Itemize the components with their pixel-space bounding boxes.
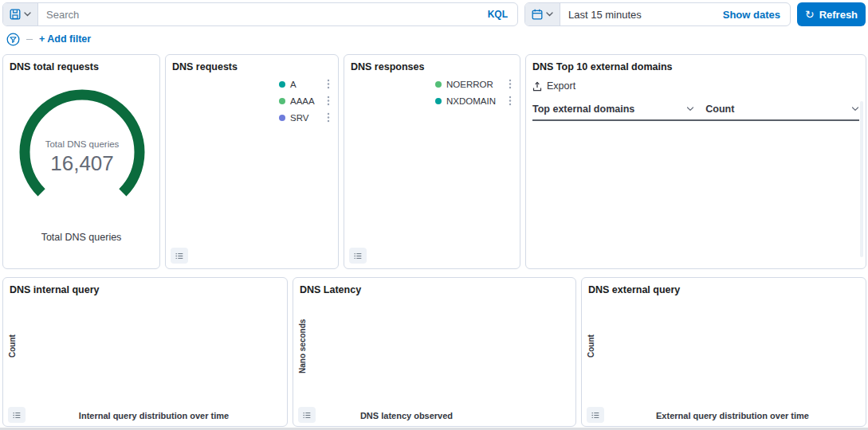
kebab-menu-icon[interactable] bbox=[509, 79, 512, 89]
query-bar: KQL Last 15 minutes Show dates ↻ Refresh bbox=[2, 2, 866, 26]
legend-list-icon bbox=[591, 410, 599, 420]
panel-dns-latency: DNS Latency Nano seconds DNS latency obs… bbox=[293, 277, 576, 427]
add-filter-button[interactable]: + Add filter bbox=[39, 33, 91, 45]
y-axis-title: Count bbox=[587, 305, 595, 388]
saved-query-menu-button[interactable] bbox=[3, 3, 38, 25]
filter-bar: + Add filter bbox=[6, 31, 91, 47]
sort-chevron-icon bbox=[851, 107, 859, 111]
legend-item-a[interactable]: A bbox=[279, 76, 330, 92]
legend-list-icon bbox=[354, 251, 362, 261]
table-scrollbar[interactable] bbox=[860, 101, 863, 257]
kebab-menu-icon[interactable] bbox=[509, 96, 512, 106]
sort-chevron-icon bbox=[686, 107, 694, 111]
legend-toggle-button[interactable] bbox=[587, 407, 604, 423]
refresh-label: Refresh bbox=[819, 9, 858, 21]
search-bar: KQL bbox=[2, 2, 518, 26]
chevron-down-icon bbox=[24, 12, 31, 17]
gauge-value: 16,407 bbox=[50, 151, 114, 175]
legend-toggle-button[interactable] bbox=[171, 248, 188, 264]
legend-list-icon bbox=[13, 410, 21, 420]
legend-dot-icon bbox=[279, 115, 285, 121]
legend-dot-icon bbox=[279, 98, 285, 104]
dashboard: KQL Last 15 minutes Show dates ↻ Refresh bbox=[0, 0, 868, 430]
x-axis-title: DNS latency observed bbox=[317, 411, 496, 420]
kebab-menu-icon[interactable] bbox=[327, 79, 330, 89]
column-header-domains[interactable]: Top external domains bbox=[532, 98, 705, 120]
show-dates-button[interactable]: Show dates bbox=[713, 9, 790, 21]
x-axis-title: Internal query distribution over time bbox=[27, 411, 281, 420]
legend-toggle-button[interactable] bbox=[298, 407, 316, 423]
legend-label: NOERROR bbox=[446, 80, 493, 89]
legend-list-icon bbox=[175, 251, 183, 261]
kebab-menu-icon[interactable] bbox=[327, 112, 330, 123]
export-icon bbox=[532, 81, 542, 92]
panel-title: DNS Top 10 external domains bbox=[532, 61, 859, 72]
chevron-down-icon bbox=[546, 12, 553, 17]
kql-button[interactable]: KQL bbox=[478, 9, 517, 20]
refresh-icon: ↻ bbox=[805, 8, 815, 21]
legend-dot-icon bbox=[279, 81, 285, 88]
legend-item-aaaa[interactable]: AAAA bbox=[279, 92, 330, 109]
legend-toggle-button[interactable] bbox=[349, 248, 367, 264]
legend-label: NXDOMAIN bbox=[446, 96, 496, 106]
gauge-label: Total DNS queries bbox=[45, 139, 120, 149]
legend-item-nxdomain[interactable]: NXDOMAIN bbox=[435, 92, 512, 109]
legend-label: A bbox=[290, 80, 297, 89]
pie-chart-requests bbox=[171, 123, 292, 244]
bar-chart-latency bbox=[308, 294, 507, 401]
domains-table: Top external domains Count bbox=[532, 98, 859, 121]
pie-chart-responses bbox=[355, 130, 450, 224]
gauge-bottom-label: Total DNS queries bbox=[3, 232, 159, 243]
panel-title: DNS total requests bbox=[10, 61, 153, 72]
export-button[interactable]: Export bbox=[532, 80, 575, 92]
filter-icon bbox=[6, 33, 20, 46]
column-header-count[interactable]: Count bbox=[705, 98, 859, 120]
kebab-menu-icon[interactable] bbox=[327, 96, 330, 106]
panel-dns-requests: DNS requests AAAAASRV bbox=[165, 54, 339, 269]
time-range-button[interactable]: Last 15 minutes bbox=[560, 9, 713, 21]
legend-requests: AAAAASRV bbox=[279, 76, 330, 126]
save-icon bbox=[10, 9, 21, 20]
legend-label: SRV bbox=[290, 113, 308, 123]
date-picker: Last 15 minutes Show dates bbox=[524, 2, 791, 26]
filter-menu-button[interactable] bbox=[6, 33, 20, 46]
panel-dns-total-requests: DNS total requests Total DNS queries 16,… bbox=[2, 54, 160, 269]
gauge-chart: Total DNS queries 16,407 bbox=[10, 74, 155, 201]
filter-divider bbox=[26, 39, 33, 40]
refresh-button[interactable]: ↻ Refresh bbox=[797, 2, 866, 26]
y-axis-title: Nano seconds bbox=[298, 305, 307, 388]
search-input[interactable] bbox=[38, 9, 478, 21]
calendar-menu-button[interactable] bbox=[525, 3, 560, 25]
legend-label: AAAA bbox=[290, 96, 315, 106]
panel-dns-external-query: DNS external query Count External query … bbox=[581, 277, 866, 427]
legend-list-icon bbox=[303, 410, 311, 420]
area-chart-internal bbox=[18, 294, 250, 401]
legend-responses: NOERRORNXDOMAIN bbox=[435, 76, 512, 109]
panel-title: DNS responses bbox=[351, 61, 513, 72]
legend-item-noerror[interactable]: NOERROR bbox=[435, 76, 512, 92]
legend-dot-icon bbox=[435, 98, 442, 104]
panel-title: DNS requests bbox=[172, 61, 332, 72]
legend-toggle-button[interactable] bbox=[8, 407, 26, 423]
calendar-icon bbox=[532, 9, 543, 20]
y-axis-title: Count bbox=[8, 305, 17, 388]
panel-top-external-domains: DNS Top 10 external domains Export Top e… bbox=[525, 54, 866, 269]
panel-dns-internal-query: DNS internal query Count Internal query … bbox=[2, 277, 288, 427]
panel-dns-responses: DNS responses NOERRORNXDOMAIN bbox=[344, 54, 520, 269]
area-chart-external bbox=[596, 294, 829, 401]
x-axis-title: External query distribution over time bbox=[606, 411, 859, 420]
legend-dot-icon bbox=[435, 81, 442, 88]
export-label: Export bbox=[547, 80, 575, 92]
